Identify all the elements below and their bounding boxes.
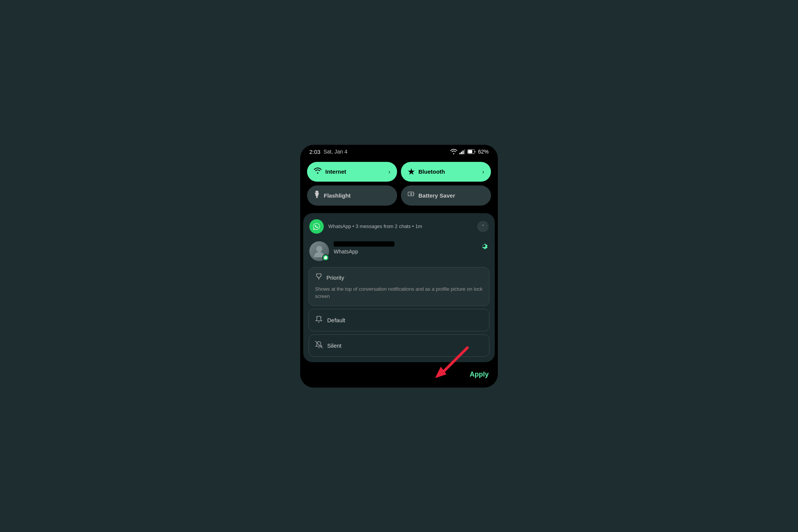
bluetooth-tile[interactable]: ★ Bluetooth › — [401, 162, 491, 182]
svg-point-6 — [316, 246, 322, 252]
bluetooth-tile-icon: ★ — [408, 167, 415, 176]
battery-level: 62% — [478, 149, 489, 155]
notification-panel: WhatsApp • 3 messages from 2 chats • 1m … — [303, 213, 495, 362]
default-label: Default — [327, 317, 345, 323]
status-bar: 2:03 Sat, Jan 4 62% — [300, 145, 498, 157]
internet-chevron: › — [388, 169, 390, 175]
message-preview: WhatsApp — [303, 238, 495, 266]
default-option[interactable]: Default — [309, 309, 489, 331]
message-content: WhatsApp — [334, 241, 489, 255]
silent-label: Silent — [327, 342, 342, 349]
priority-icon — [315, 273, 323, 282]
svg-rect-4 — [316, 196, 318, 198]
battery-saver-label: Battery Saver — [418, 192, 455, 199]
status-time: 2:03 — [309, 149, 320, 155]
whatsapp-app-icon — [309, 219, 324, 234]
battery-saver-tile-icon — [408, 191, 415, 200]
sender-name: WhatsApp — [334, 249, 358, 255]
redacted-sender — [334, 241, 394, 247]
gear-button[interactable] — [480, 241, 489, 253]
tiles-row-1: Internet › ★ Bluetooth › — [307, 162, 491, 182]
svg-rect-2 — [315, 191, 318, 193]
quick-tiles: Internet › ★ Bluetooth › Flashlight — [300, 157, 498, 213]
status-date: Sat, Jan 4 — [323, 149, 347, 155]
battery-icon — [467, 149, 476, 154]
battery-saver-tile[interactable]: Battery Saver — [401, 185, 491, 206]
priority-label: Priority — [326, 274, 344, 281]
flashlight-label: Flashlight — [324, 192, 351, 199]
notif-header: WhatsApp • 3 messages from 2 chats • 1m … — [303, 213, 495, 238]
internet-label: Internet — [325, 168, 346, 175]
avatar-wrapper — [309, 241, 329, 261]
red-arrow — [429, 346, 471, 380]
flashlight-tile-icon — [314, 191, 320, 200]
notif-collapse-button[interactable]: ⌃ — [477, 221, 489, 232]
bluetooth-chevron: › — [482, 169, 484, 175]
internet-tile[interactable]: Internet › — [307, 162, 397, 182]
priority-header: Priority — [315, 273, 483, 282]
status-icons: 62% — [450, 149, 489, 155]
svg-marker-12 — [435, 367, 446, 378]
flashlight-tile[interactable]: Flashlight — [307, 185, 397, 206]
svg-marker-3 — [315, 193, 319, 196]
phone-screen: 2:03 Sat, Jan 4 62% — [300, 145, 498, 388]
whatsapp-badge — [322, 254, 329, 261]
bell-slash-icon — [315, 341, 323, 350]
tiles-row-2: Flashlight Battery Saver — [307, 185, 491, 206]
priority-option[interactable]: Priority Shows at the top of conversatio… — [309, 267, 489, 306]
apply-button[interactable]: Apply — [470, 370, 489, 378]
notif-summary: WhatsApp • 3 messages from 2 chats • 1m — [328, 223, 473, 229]
message-name-row — [334, 241, 489, 247]
svg-line-10 — [315, 341, 322, 348]
priority-description: Shows at the top of conversation notific… — [315, 285, 483, 300]
svg-rect-1 — [468, 150, 472, 153]
signal-icon — [459, 149, 465, 154]
bell-icon — [315, 315, 323, 325]
svg-marker-7 — [317, 274, 321, 278]
wifi-icon — [450, 149, 457, 154]
bluetooth-label: Bluetooth — [418, 168, 445, 175]
wifi-tile-icon — [314, 168, 321, 176]
apply-area: Apply — [300, 367, 498, 388]
svg-line-11 — [441, 348, 467, 374]
